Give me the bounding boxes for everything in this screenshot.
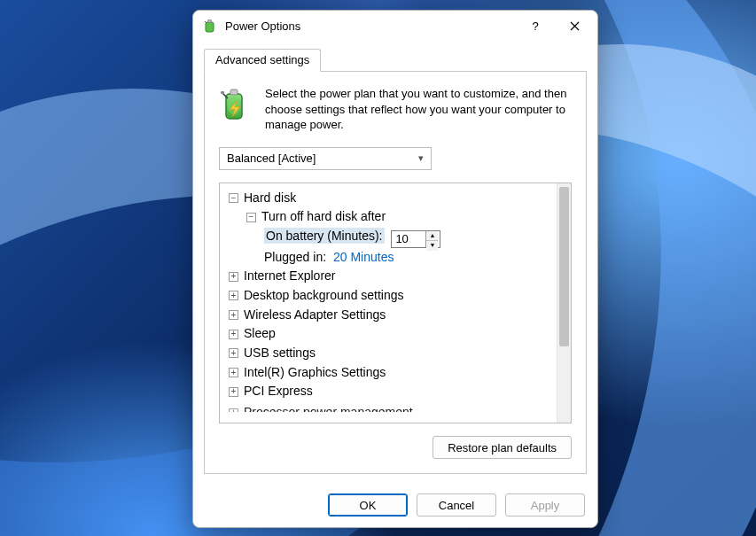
tabstrip: Advanced settings — [204, 48, 587, 71]
window-title: Power Options — [225, 19, 300, 33]
tree-node-sleep[interactable]: +Sleep — [223, 324, 553, 344]
power-options-dialog: Power Options ? Advanced settings — [192, 10, 598, 528]
tree-node-usb-settings[interactable]: +USB settings — [223, 344, 553, 363]
close-icon — [570, 21, 580, 31]
on-battery-label: On battery (Minutes): — [264, 228, 385, 244]
tree-node-processor-power-management[interactable]: +Processor power management — [223, 403, 553, 412]
tree-node-pci-express[interactable]: +PCI Express — [223, 382, 553, 401]
help-button[interactable]: ? — [516, 12, 555, 39]
svg-rect-5 — [221, 91, 224, 94]
expand-icon[interactable]: + — [229, 291, 238, 300]
collapse-icon[interactable]: − — [246, 213, 256, 222]
dialog-client-area: Advanced settings — [193, 41, 597, 485]
on-battery-minutes-input[interactable]: ▲ ▼ — [391, 230, 440, 248]
scrollbar-thumb[interactable] — [559, 187, 569, 346]
power-plan-selected: Balanced [Active] — [227, 151, 316, 165]
expand-icon[interactable]: + — [229, 310, 238, 320]
expand-icon[interactable]: + — [229, 272, 238, 282]
on-battery-minutes-field[interactable] — [392, 231, 425, 247]
expand-icon[interactable]: + — [229, 330, 238, 339]
expand-icon[interactable]: + — [229, 368, 238, 377]
plugged-in-label: Plugged in: — [264, 250, 326, 264]
tree-node-hard-disk[interactable]: −Hard disk — [223, 189, 553, 208]
cancel-button[interactable]: Cancel — [417, 493, 496, 517]
tree-node-plugged-in[interactable]: Plugged in: 20 Minutes — [223, 248, 553, 268]
chevron-down-icon: ▾ — [418, 152, 424, 164]
tab-panel: Select the power plan that you want to c… — [204, 71, 587, 474]
tree-node-desktop-background-settings[interactable]: +Desktop background settings — [223, 286, 553, 306]
spinner-up-icon[interactable]: ▲ — [426, 231, 438, 242]
plugged-in-value[interactable]: 20 Minutes — [333, 250, 394, 264]
tree-node-internet-explorer[interactable]: +Internet Explorer — [223, 267, 553, 286]
dialog-footer: OK Cancel Apply — [193, 485, 597, 527]
ok-button[interactable]: OK — [328, 493, 408, 517]
tree-node-intel-graphics-settings[interactable]: +Intel(R) Graphics Settings — [223, 363, 553, 383]
power-plan-select[interactable]: Balanced [Active] ▾ — [219, 147, 432, 170]
tree-node-turn-off-hard-disk-after[interactable]: −Turn off hard disk after — [223, 207, 553, 227]
battery-icon — [219, 86, 253, 123]
tree-scrollbar[interactable] — [557, 183, 571, 423]
svg-rect-0 — [206, 22, 214, 32]
expand-icon[interactable]: + — [229, 348, 238, 358]
titlebar[interactable]: Power Options ? — [193, 11, 597, 41]
tab-advanced-settings[interactable]: Advanced settings — [204, 49, 321, 72]
svg-rect-1 — [208, 20, 212, 23]
expand-icon[interactable]: + — [229, 408, 238, 413]
tree-node-on-battery[interactable]: On battery (Minutes): ▲ ▼ — [223, 227, 553, 248]
apply-button[interactable]: Apply — [505, 493, 585, 517]
settings-tree: −Hard disk −Turn off hard disk after On … — [219, 183, 572, 423]
power-options-icon — [202, 18, 218, 34]
expand-icon[interactable]: + — [229, 387, 238, 397]
tree-node-wireless-adapter-settings[interactable]: +Wireless Adapter Settings — [223, 306, 553, 325]
restore-plan-defaults-button[interactable]: Restore plan defaults — [433, 436, 572, 459]
intro-section: Select the power plan that you want to c… — [219, 86, 572, 133]
close-button[interactable] — [555, 12, 594, 39]
svg-rect-3 — [230, 89, 238, 95]
spinner-down-icon[interactable]: ▼ — [426, 241, 438, 251]
intro-text: Select the power plan that you want to c… — [265, 86, 572, 133]
collapse-icon[interactable]: − — [229, 193, 238, 203]
